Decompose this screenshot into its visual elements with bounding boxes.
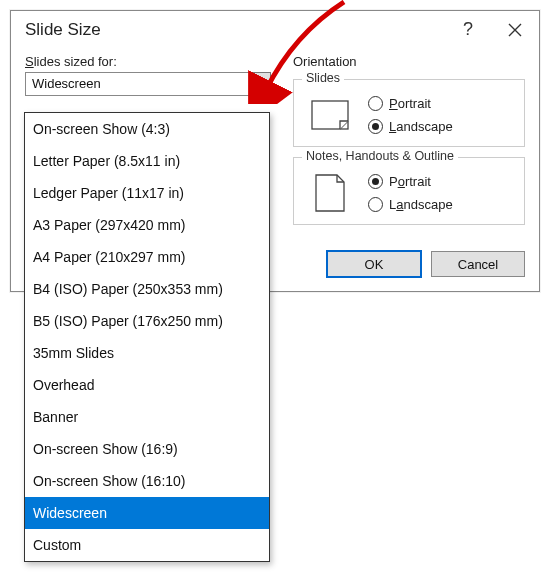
slides-portrait-radio[interactable]: Portrait (368, 96, 453, 111)
radio-icon (368, 197, 383, 212)
notes-orientation-group: Notes, Handouts & Outline Portrait Lands… (293, 157, 525, 225)
dropdown-item[interactable]: B5 (ISO) Paper (176x250 mm) (25, 305, 269, 337)
orientation-header: Orientation (293, 54, 525, 69)
dropdown-item[interactable]: Overhead (25, 369, 269, 401)
radio-icon (368, 174, 383, 189)
dropdown-item[interactable]: On-screen Show (16:9) (25, 433, 269, 465)
dropdown-item[interactable]: A4 Paper (210x297 mm) (25, 241, 269, 273)
slides-landscape-radio[interactable]: Landscape (368, 119, 453, 134)
radio-icon (368, 119, 383, 134)
slides-sized-for-combobox[interactable]: Widescreen (25, 72, 271, 96)
dropdown-item[interactable]: B4 (ISO) Paper (250x353 mm) (25, 273, 269, 305)
dropdown-button[interactable] (249, 72, 271, 96)
cancel-button[interactable]: Cancel (431, 251, 525, 277)
dropdown-item[interactable]: Banner (25, 401, 269, 433)
dialog-title: Slide Size (25, 20, 101, 40)
dropdown-item[interactable]: Custom (25, 529, 269, 561)
dropdown-item[interactable]: On-screen Show (16:10) (25, 465, 269, 497)
ok-button[interactable]: OK (327, 251, 421, 277)
titlebar: Slide Size ? (11, 11, 539, 48)
chevron-down-icon (255, 81, 265, 87)
dropdown-item[interactable]: On-screen Show (4:3) (25, 113, 269, 145)
notes-portrait-radio[interactable]: Portrait (368, 174, 453, 189)
slides-sized-for-label: Slides sized for: (25, 54, 271, 69)
slides-group-legend: Slides (302, 71, 344, 85)
dropdown-item[interactable]: A3 Paper (297x420 mm) (25, 209, 269, 241)
radio-icon (368, 96, 383, 111)
close-icon[interactable] (507, 22, 523, 38)
help-icon[interactable]: ? (463, 19, 473, 40)
notes-group-legend: Notes, Handouts & Outline (302, 149, 458, 163)
dropdown-item[interactable]: Letter Paper (8.5x11 in) (25, 145, 269, 177)
portrait-page-icon (308, 174, 352, 212)
slides-sized-for-dropdown-list[interactable]: On-screen Show (4:3)Letter Paper (8.5x11… (24, 112, 270, 562)
slides-orientation-group: Slides Portrait Landscape (293, 79, 525, 147)
notes-landscape-radio[interactable]: Landscape (368, 197, 453, 212)
dropdown-item[interactable]: Ledger Paper (11x17 in) (25, 177, 269, 209)
dropdown-item[interactable]: 35mm Slides (25, 337, 269, 369)
landscape-page-icon (308, 100, 352, 130)
combobox-value: Widescreen (25, 72, 249, 96)
dropdown-item[interactable]: Widescreen (25, 497, 269, 529)
